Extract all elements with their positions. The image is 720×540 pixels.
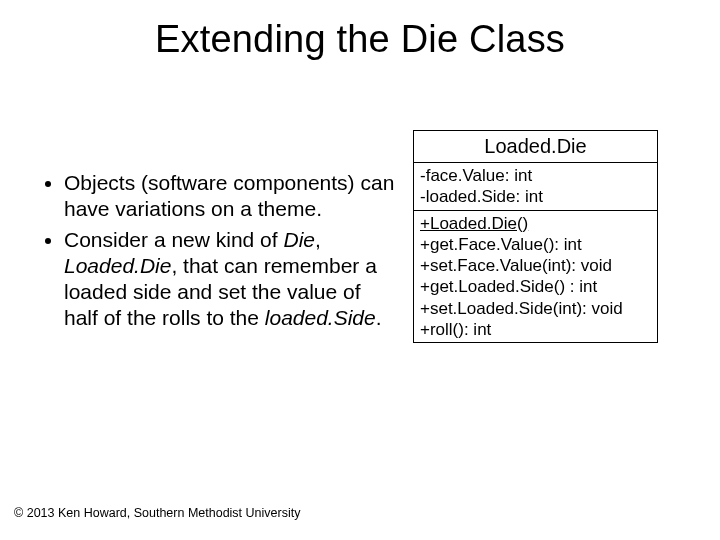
slide-title: Extending the Die Class xyxy=(0,18,720,61)
bullet-text-prefix: Consider a new kind of xyxy=(64,228,283,251)
term-loaded-die: Loaded.Die xyxy=(64,254,171,277)
bullet-text-suffix: . xyxy=(376,306,382,329)
uml-attr: -loaded.Side: int xyxy=(420,186,651,207)
term-loaded-side: loaded.Side xyxy=(265,306,376,329)
uml-op: +get.Loaded.Side() : int xyxy=(420,276,651,297)
copyright-footer: © 2013 Ken Howard, Southern Methodist Un… xyxy=(14,506,300,520)
slide: Extending the Die Class Objects (softwar… xyxy=(0,0,720,540)
uml-op: +roll(): int xyxy=(420,319,651,340)
uml-op: +set.Face.Value(int): void xyxy=(420,255,651,276)
sep: , xyxy=(315,228,321,251)
bullet-text: Objects (software components) can have v… xyxy=(64,171,394,220)
term-die: Die xyxy=(283,228,315,251)
uml-attributes: -face.Value: int -loaded.Side: int xyxy=(414,163,657,211)
uml-attr: -face.Value: int xyxy=(420,165,651,186)
uml-op: +get.Face.Value(): int xyxy=(420,234,651,255)
uml-class-box: Loaded.Die -face.Value: int -loaded.Side… xyxy=(413,130,658,343)
bullet-list: Objects (software components) can have v… xyxy=(40,170,395,336)
uml-column: Loaded.Die -face.Value: int -loaded.Side… xyxy=(413,130,658,343)
uml-class-name: Loaded.Die xyxy=(414,131,657,163)
uml-operations: +Loaded.Die() +get.Face.Value(): int +se… xyxy=(414,211,657,343)
content-area: Objects (software components) can have v… xyxy=(40,170,680,480)
bullet-item: Objects (software components) can have v… xyxy=(64,170,395,223)
uml-op-constructor: +Loaded.Die() xyxy=(420,213,651,234)
bullet-item: Consider a new kind of Die, Loaded.Die, … xyxy=(64,227,395,332)
uml-op: +set.Loaded.Side(int): void xyxy=(420,298,651,319)
